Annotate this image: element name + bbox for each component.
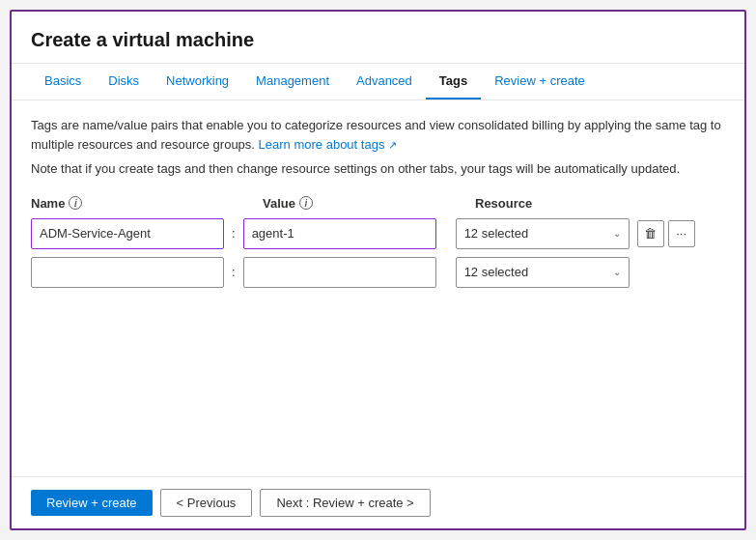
tab-tags[interactable]: Tags — [426, 64, 481, 99]
chevron-down-icon: ⌄ — [613, 228, 621, 239]
tab-disks[interactable]: Disks — [95, 64, 153, 99]
page-title: Create a virtual machine — [31, 29, 725, 51]
delete-button-1[interactable]: 🗑 — [637, 220, 664, 247]
next-button[interactable]: Next : Review + create > — [260, 489, 430, 517]
chevron-down-icon: ⌄ — [613, 267, 621, 277]
colon-separator-1: : — [232, 226, 236, 241]
footer: Review + create < Previous Next : Review… — [12, 476, 744, 528]
tag-name-input-1[interactable] — [31, 218, 224, 249]
tag-value-input-2[interactable] — [243, 257, 436, 288]
tag-value-input-1[interactable] — [243, 218, 436, 249]
learn-more-link[interactable]: Learn more about tags ↗ — [259, 137, 397, 152]
resource-dropdown-1[interactable]: 12 selected ⌄ — [456, 218, 630, 249]
trash-icon: 🗑 — [644, 226, 657, 241]
table-header: Name i Value i Resource — [31, 196, 725, 211]
content-area: Tags are name/value pairs that enable yo… — [12, 100, 744, 476]
table-row: : 12 selected ⌄ — [31, 257, 725, 288]
ellipsis-icon: ··· — [676, 226, 686, 241]
table-row: : 12 selected ⌄ 🗑 ··· — [31, 218, 725, 249]
review-create-button[interactable]: Review + create — [31, 490, 153, 516]
col-header-resource: Resource — [475, 196, 668, 211]
col-header-value: Value i — [263, 196, 456, 211]
title-bar: Create a virtual machine — [12, 12, 744, 64]
tab-management[interactable]: Management — [242, 64, 343, 99]
tabs-bar: Basics Disks Networking Management Advan… — [12, 64, 744, 100]
col-header-name: Name i — [31, 196, 224, 211]
description-text: Tags are name/value pairs that enable yo… — [31, 116, 725, 154]
tab-basics[interactable]: Basics — [31, 64, 95, 99]
note-text: Note that if you create tags and then ch… — [31, 159, 725, 179]
name-info-icon[interactable]: i — [69, 196, 82, 210]
row-actions-1: 🗑 ··· — [637, 220, 695, 247]
tab-review-create[interactable]: Review + create — [481, 64, 599, 99]
tags-table: Name i Value i Resource : 12 selected — [31, 196, 725, 288]
more-button-1[interactable]: ··· — [668, 220, 695, 247]
tab-advanced[interactable]: Advanced — [343, 64, 426, 99]
external-link-icon: ↗ — [388, 139, 397, 151]
value-info-icon[interactable]: i — [299, 196, 313, 210]
tab-networking[interactable]: Networking — [153, 64, 242, 99]
main-window: Create a virtual machine Basics Disks Ne… — [10, 10, 746, 530]
tag-name-input-2[interactable] — [31, 257, 224, 288]
colon-separator-2: : — [232, 265, 236, 279]
previous-button[interactable]: < Previous — [160, 489, 253, 517]
resource-dropdown-2[interactable]: 12 selected ⌄ — [456, 257, 630, 288]
